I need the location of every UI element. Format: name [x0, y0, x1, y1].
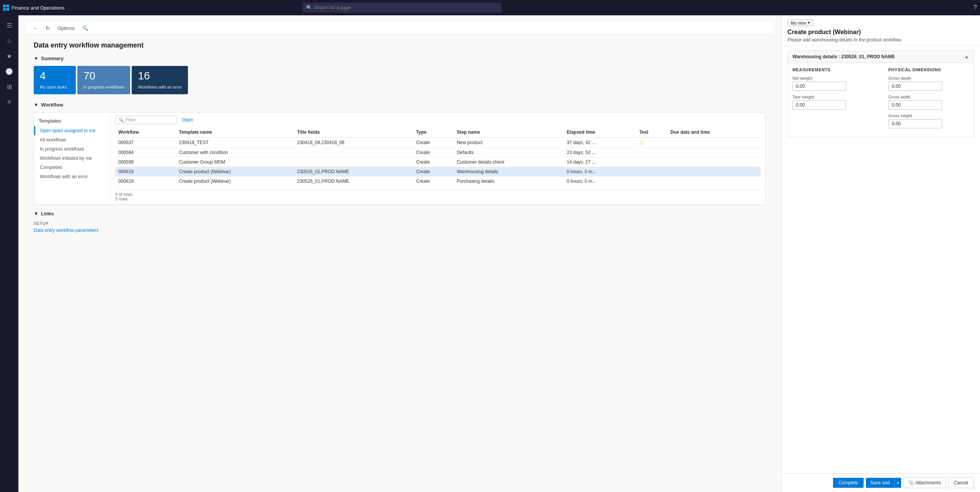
cell-test	[636, 157, 667, 167]
cell-elapsed: 37 days, 42 ...	[564, 138, 636, 148]
cell-title-fields: 230526_01,PROD NAME	[294, 177, 413, 186]
table-row[interactable]: 000537 230418_TEST 230418_08,230418_08 C…	[115, 138, 761, 148]
sidebar-item-open-tasks[interactable]: Open tasks assigned to me	[34, 126, 110, 135]
nav-workspaces-icon[interactable]: ⊞	[2, 80, 16, 93]
workflow-sidebar: Templates Open tasks assigned to me All …	[34, 113, 111, 204]
sidebar-item-in-progress[interactable]: In progress workflows	[34, 144, 110, 154]
complete-button[interactable]: Complete	[833, 478, 863, 488]
summary-chevron-icon: ▼	[34, 56, 39, 61]
search-bar[interactable]: 🔍	[302, 3, 501, 13]
refresh-button[interactable]: ↻	[43, 24, 52, 33]
open-button[interactable]: Open	[180, 116, 195, 124]
card-number-in-progress: 70	[83, 71, 124, 81]
cell-type: Create	[413, 148, 454, 157]
net-weight-field: Net weight	[792, 76, 873, 91]
gross-height-input[interactable]	[889, 119, 942, 128]
workflow-toolbar: 🔍 Open	[115, 116, 761, 124]
summary-card-in-progress[interactable]: 70 In progress workflows	[77, 66, 130, 94]
cell-template: Create product (Webinar)	[176, 167, 294, 177]
panel-subtitle: Please add warehousing details to the pr…	[787, 37, 974, 43]
attachments-button[interactable]: 📎 Attachments	[903, 477, 946, 488]
tare-weight-input[interactable]	[792, 100, 846, 110]
net-weight-input[interactable]	[792, 82, 846, 91]
app-layout: ☰ ⌂ ★ 🕐 ⊞ ≡ ← ↻ Options 🔍 Data entry wor…	[0, 15, 980, 492]
links-section: ▼ Links SETUP Data entry workflow parame…	[34, 211, 766, 233]
cell-due	[667, 148, 761, 157]
summary-label: Summary	[41, 56, 64, 61]
my-view-button[interactable]: My view ▾	[787, 19, 813, 26]
nav-home-icon[interactable]: ⌂	[2, 34, 16, 48]
card-number-open-tasks: 4	[40, 71, 70, 81]
summary-card-error[interactable]: 16 Workflows with an error	[132, 66, 188, 94]
gross-width-label: Gross width	[889, 95, 969, 99]
help-icon[interactable]: ?	[973, 4, 977, 11]
sidebar-item-all-workflows[interactable]: All workflows	[34, 135, 110, 144]
cell-workflow: 000599	[115, 157, 170, 167]
sidebar-item-with-error[interactable]: Workflows with an error	[34, 172, 110, 181]
nav-favorites-icon[interactable]: ★	[2, 49, 16, 63]
workflow-section-header[interactable]: ▼ Workflow	[34, 102, 766, 108]
tare-weight-field: Tare weight	[792, 95, 873, 110]
table-row[interactable]: 000619 Create product (Webinar) 230526_0…	[115, 167, 761, 177]
warehousing-header-label: Warehousing details : 230526_01, PROD NA…	[792, 54, 895, 59]
cell-type: Create	[413, 138, 454, 148]
nav-recent-icon[interactable]: 🕐	[2, 64, 16, 78]
cell-elapsed: 0 hours, 0 m...	[564, 167, 636, 177]
card-label-error: Workflows with an error	[138, 84, 182, 90]
main-content: ← ↻ Options 🔍 Data entry workflow manage…	[18, 15, 781, 492]
gross-height-field: Gross height	[889, 113, 969, 128]
workflow-sidebar-header: Templates	[34, 116, 110, 126]
filter-input[interactable]	[126, 117, 173, 123]
warehousing-collapse-button[interactable]: ▲	[964, 54, 969, 59]
summary-card-open-tasks[interactable]: 4 My open tasks	[34, 66, 76, 94]
col-sort	[170, 127, 176, 138]
gross-depth-input[interactable]	[889, 82, 942, 91]
cell-elapsed: 14 days, 27 ...	[564, 157, 636, 167]
table-row[interactable]: 000599 Customer Group MDM Create Custome…	[115, 157, 761, 167]
cell-due	[667, 138, 761, 148]
content-split: ← ↻ Options 🔍 Data entry workflow manage…	[18, 15, 980, 492]
cell-step: Defaults	[454, 148, 564, 157]
right-panel-footer: Complete Save and ▾ 📎 Attachments Cancel	[781, 473, 980, 492]
save-and-split-button: Save and ▾	[866, 478, 902, 488]
cell-test	[636, 148, 667, 157]
app-logo: Finance and Operations	[3, 5, 65, 11]
filter-input-container[interactable]: 🔍	[115, 116, 176, 124]
right-panel-header: My view ▾ Create product (Webinar) Pleas…	[781, 15, 980, 46]
save-and-button[interactable]: Save and	[866, 478, 895, 488]
search-input[interactable]	[314, 5, 498, 10]
links-section-header[interactable]: ▼ Links	[34, 211, 766, 216]
links-setup-label: SETUP	[34, 221, 766, 226]
search-nav-button[interactable]: 🔍	[80, 24, 91, 33]
secondary-nav: ← ↻ Options 🔍	[26, 21, 773, 35]
cell-test: ⚠	[636, 138, 667, 148]
rows-info: # of rows 5 rows	[115, 189, 761, 201]
table-row[interactable]: 000619 Create product (Webinar) 230526_0…	[115, 177, 761, 186]
cell-workflow: 000619	[115, 177, 170, 186]
cell-sort	[170, 167, 176, 177]
cancel-button[interactable]: Cancel	[948, 477, 974, 488]
sidebar-item-initiated-by-me[interactable]: Workflows initiated by me	[34, 154, 110, 163]
table-row[interactable]: 000594 Customer with condition Create De…	[115, 148, 761, 157]
save-and-dropdown-button[interactable]: ▾	[894, 478, 901, 488]
rows-info-count: 5 rows	[115, 197, 127, 201]
col-step: Step name	[454, 127, 564, 138]
col-test: Test	[636, 127, 667, 138]
cell-workflow: 000594	[115, 148, 170, 157]
rows-info-label: # of rows	[115, 192, 132, 197]
cell-type: Create	[413, 157, 454, 167]
cell-sort	[170, 138, 176, 148]
data-entry-workflow-params-link[interactable]: Data entry workflow parameters	[34, 228, 98, 233]
sidebar-item-completed[interactable]: Completed	[34, 163, 110, 172]
nav-menu-icon[interactable]: ☰	[2, 18, 16, 32]
cell-sort	[170, 157, 176, 167]
back-button[interactable]: ←	[31, 24, 40, 33]
warehousing-form: MEASUREMENTS Net weight Tare weight	[788, 63, 973, 137]
cell-title-fields	[294, 157, 413, 167]
measurements-column: MEASUREMENTS Net weight Tare weight	[792, 67, 873, 132]
nav-modules-icon[interactable]: ≡	[2, 95, 16, 109]
workflow-table: Workflow Template name Title fields Type…	[115, 127, 761, 186]
summary-section-header[interactable]: ▼ Summary	[34, 56, 766, 61]
options-button[interactable]: Options	[55, 24, 77, 33]
gross-width-input[interactable]	[889, 100, 942, 110]
